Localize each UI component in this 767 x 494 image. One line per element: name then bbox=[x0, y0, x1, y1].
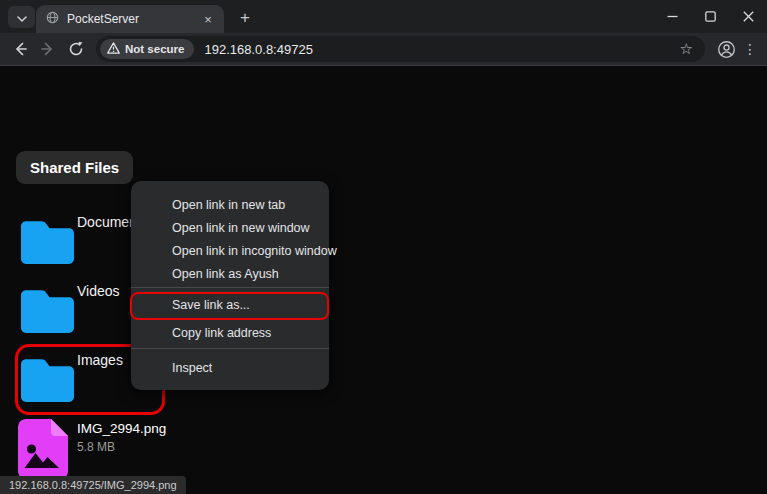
file-name: IMG_2994.png bbox=[77, 421, 166, 436]
page-title: Shared Files bbox=[16, 151, 133, 184]
reload-button[interactable] bbox=[62, 35, 90, 63]
menu-item-open-new-window[interactable]: Open link in new window bbox=[131, 216, 329, 239]
back-button[interactable] bbox=[6, 35, 34, 63]
address-bar[interactable]: Not secure 192.168.0.8:49725 ☆ bbox=[96, 36, 705, 62]
folder-icon bbox=[21, 250, 74, 267]
tab-pocketserver[interactable]: PocketServer × bbox=[36, 5, 224, 33]
image-file-icon bbox=[18, 419, 68, 483]
menu-separator bbox=[131, 287, 329, 288]
chevron-down-icon bbox=[17, 8, 27, 26]
file-img-2994[interactable]: IMG_2994.png 5.8 MB bbox=[18, 419, 168, 481]
globe-favicon-icon bbox=[46, 10, 59, 28]
profile-button[interactable] bbox=[713, 36, 739, 62]
menu-dots-icon[interactable]: ⋮ bbox=[739, 36, 761, 62]
menu-item-save-link-as[interactable]: Save link as... bbox=[131, 291, 329, 318]
file-size: 5.8 MB bbox=[77, 440, 115, 454]
bookmark-star-icon[interactable]: ☆ bbox=[680, 40, 693, 58]
close-window-button[interactable] bbox=[729, 0, 767, 33]
new-tab-button[interactable]: + bbox=[233, 6, 257, 30]
menu-item-open-incognito[interactable]: Open link in incognito window bbox=[131, 239, 329, 262]
maximize-button[interactable] bbox=[691, 0, 729, 33]
menu-separator bbox=[131, 348, 329, 349]
tab-close-icon[interactable]: × bbox=[200, 11, 216, 27]
menu-item-open-new-tab[interactable]: Open link in new tab bbox=[131, 193, 329, 216]
browser-toolbar: Not secure 192.168.0.8:49725 ☆ ⋮ bbox=[0, 33, 767, 66]
folder-icon bbox=[21, 319, 74, 336]
warning-icon bbox=[107, 40, 120, 58]
context-menu: Open link in new tab Open link in new wi… bbox=[131, 181, 329, 390]
status-bar-url: 192.168.0.8:49725/IMG_2994.png bbox=[0, 476, 186, 494]
url-text: 192.168.0.8:49725 bbox=[204, 42, 679, 57]
folder-icon bbox=[21, 388, 74, 405]
minimize-button[interactable] bbox=[653, 0, 691, 33]
menu-item-copy-link-address[interactable]: Copy link address bbox=[131, 320, 329, 345]
tab-title: PocketServer bbox=[67, 12, 200, 26]
folder-label: Videos bbox=[77, 283, 120, 299]
folder-label: Images bbox=[77, 352, 123, 368]
tab-search-button[interactable] bbox=[8, 6, 35, 28]
security-chip[interactable]: Not secure bbox=[100, 39, 194, 59]
menu-item-open-as-ayush[interactable]: Open link as Ayush bbox=[131, 262, 329, 285]
forward-button[interactable] bbox=[34, 35, 62, 63]
menu-item-inspect[interactable]: Inspect bbox=[131, 355, 329, 380]
page-content: Shared Files Documents Videos Images bbox=[0, 67, 767, 494]
browser-window: PocketServer × + bbox=[0, 0, 767, 494]
security-chip-label: Not secure bbox=[125, 43, 184, 55]
tab-strip: PocketServer × + bbox=[0, 0, 767, 33]
window-controls bbox=[653, 0, 767, 33]
